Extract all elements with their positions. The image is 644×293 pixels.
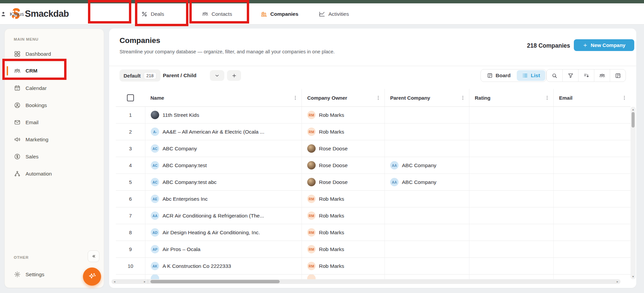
- toolbar-icon-button[interactable]: [578, 69, 594, 82]
- horizontal-scrollbar-thumb[interactable]: [150, 280, 280, 283]
- scroll-right-end-icon[interactable]: ▸: [615, 279, 620, 284]
- select-all-checkbox[interactable]: [127, 94, 134, 101]
- rating-cell[interactable]: [469, 207, 553, 224]
- column-header[interactable]: Parent Company: [384, 89, 469, 106]
- owner-cell[interactable]: Rose Doose: [302, 174, 384, 190]
- parent-company-cell[interactable]: [384, 124, 469, 140]
- table-row[interactable]: 6 AE Abc Enterprises Inc RM Rob Marks: [116, 191, 631, 207]
- owner-cell[interactable]: RM Rob Marks: [302, 191, 384, 207]
- column-menu-icon[interactable]: [292, 95, 298, 101]
- name-cell[interactable]: AD Air Design Heating & Air Conditioning…: [145, 224, 302, 241]
- scroll-down-icon[interactable]: ▼: [631, 274, 636, 279]
- vertical-scrollbar[interactable]: ▲ ▼: [631, 107, 636, 279]
- toolbar-icon-button[interactable]: [547, 69, 562, 82]
- owner-cell[interactable]: Rose Doose: [302, 140, 384, 157]
- email-cell[interactable]: [553, 107, 631, 123]
- email-cell[interactable]: [553, 124, 631, 140]
- name-cell[interactable]: AC ABC Company:test abc: [145, 174, 302, 190]
- name-cell[interactable]: AC ABC Company:test: [145, 157, 302, 174]
- sidebar-item[interactable]: 12 Calendar: [5, 80, 104, 97]
- horizontal-scrollbar[interactable]: ◂ ▸ ▸: [111, 279, 620, 284]
- name-cell[interactable]: AE Abc Enterprises Inc: [145, 191, 302, 207]
- parent-company-cell[interactable]: [384, 107, 469, 123]
- rating-cell[interactable]: [469, 258, 553, 274]
- nav-item[interactable]: Kaijus: [0, 3, 24, 25]
- email-cell[interactable]: [553, 207, 631, 224]
- table-row[interactable]: 10 AK A K Construction Co 2222333 RM Rob…: [116, 258, 631, 275]
- list-view-button[interactable]: List: [517, 70, 546, 81]
- owner-cell[interactable]: RM Rob Marks: [302, 124, 384, 140]
- column-menu-icon[interactable]: [622, 95, 627, 101]
- scroll-right-icon[interactable]: ▸: [142, 279, 147, 284]
- parent-company-cell[interactable]: [384, 224, 469, 241]
- sidebar-item[interactable]: Sales: [5, 148, 104, 165]
- rating-cell[interactable]: [469, 157, 553, 174]
- sidebar-item-settings[interactable]: Settings: [5, 266, 72, 283]
- scroll-up-icon[interactable]: ▲: [631, 107, 636, 112]
- table-row[interactable]: 7 AA ACR Air Conditioning & Refrigeratio…: [116, 207, 631, 224]
- email-cell[interactable]: [553, 241, 631, 257]
- toolbar-icon-button[interactable]: [562, 69, 578, 82]
- rating-cell[interactable]: [469, 191, 553, 207]
- email-cell[interactable]: [553, 140, 631, 157]
- column-menu-icon[interactable]: [544, 95, 550, 101]
- rating-cell[interactable]: [469, 140, 553, 157]
- parent-company-cell[interactable]: [384, 207, 469, 224]
- owner-cell[interactable]: RM Rob Marks: [302, 107, 384, 123]
- email-cell[interactable]: [553, 224, 631, 241]
- table-row[interactable]: 8 AD Air Design Heating & Air Conditioni…: [116, 224, 631, 241]
- name-cell[interactable]: AA ACR Air Conditioning & Refrigeration …: [145, 207, 302, 224]
- name-cell[interactable]: 11th Street Kids: [145, 107, 302, 123]
- sidebar-collapse-button[interactable]: [88, 250, 99, 262]
- table-row-partial[interactable]: [116, 275, 631, 280]
- toolbar-icon-button[interactable]: [610, 69, 626, 82]
- table-row[interactable]: 4 AC ABC Company:test Rose Doose AA ABC …: [116, 157, 631, 174]
- table-row[interactable]: 2 A- AA&E – All American Air & Electric …: [116, 124, 631, 140]
- sidebar-item[interactable]: Dashboard: [5, 45, 104, 62]
- owner-cell[interactable]: RM Rob Marks: [302, 224, 384, 241]
- rating-cell[interactable]: [469, 107, 553, 123]
- owner-cell[interactable]: RM Rob Marks: [302, 207, 384, 224]
- parent-company-cell[interactable]: [384, 140, 469, 157]
- parent-company-cell[interactable]: [384, 258, 469, 274]
- add-view-button[interactable]: [227, 70, 241, 81]
- nav-item[interactable]: Activities: [319, 3, 349, 25]
- sidebar-item[interactable]: Bookings: [5, 97, 104, 114]
- board-view-button[interactable]: Board: [481, 70, 516, 81]
- rating-cell[interactable]: [469, 174, 553, 190]
- toolbar-icon-button[interactable]: [594, 69, 610, 82]
- sidebar-item[interactable]: Marketing: [5, 131, 104, 148]
- column-menu-icon[interactable]: [375, 95, 381, 101]
- vertical-scrollbar-thumb[interactable]: [632, 112, 635, 128]
- name-cell[interactable]: AC ABC Company: [145, 140, 302, 157]
- email-cell[interactable]: [553, 258, 631, 274]
- name-cell[interactable]: A- AA&E – All American Air & Electric (O…: [145, 124, 302, 140]
- rating-cell[interactable]: [469, 124, 553, 140]
- parent-company-cell[interactable]: [384, 241, 469, 257]
- table-row[interactable]: 5 AC ABC Company:test abc Rose Doose AA …: [116, 174, 631, 191]
- rating-cell[interactable]: [469, 241, 553, 257]
- name-cell[interactable]: AK A K Construction Co 2222333: [145, 258, 302, 274]
- column-menu-icon[interactable]: [460, 95, 466, 101]
- parent-company-cell[interactable]: [384, 191, 469, 207]
- table-row[interactable]: 1 11th Street Kids RM Rob Marks: [116, 107, 631, 124]
- column-header[interactable]: Email: [553, 89, 631, 106]
- owner-cell[interactable]: Rose Doose: [302, 157, 384, 174]
- table-row[interactable]: 9 AP Air Pros – Ocala RM Rob Marks: [116, 241, 631, 258]
- parent-company-cell[interactable]: AA ABC Company: [384, 174, 469, 190]
- email-cell[interactable]: [553, 157, 631, 174]
- grouping-dropdown-button[interactable]: [210, 70, 224, 81]
- parent-company-cell[interactable]: AA ABC Company: [384, 157, 469, 174]
- rating-cell[interactable]: [469, 224, 553, 241]
- new-company-button[interactable]: New Company: [574, 39, 634, 51]
- view-tab-default[interactable]: Default 218: [120, 69, 160, 82]
- sidebar-item[interactable]: Automation: [5, 165, 104, 182]
- email-cell[interactable]: [553, 174, 631, 190]
- scroll-left-icon[interactable]: ◂: [112, 279, 117, 284]
- sidebar-item[interactable]: Email: [5, 114, 104, 131]
- table-row[interactable]: 3 AC ABC Company Rose Doose: [116, 140, 631, 157]
- ai-assistant-fab[interactable]: [83, 267, 101, 286]
- column-header[interactable]: Company Owner: [302, 89, 384, 106]
- sidebar-item[interactable]: CRM: [7, 63, 64, 79]
- name-cell[interactable]: AP Air Pros – Ocala: [145, 241, 302, 257]
